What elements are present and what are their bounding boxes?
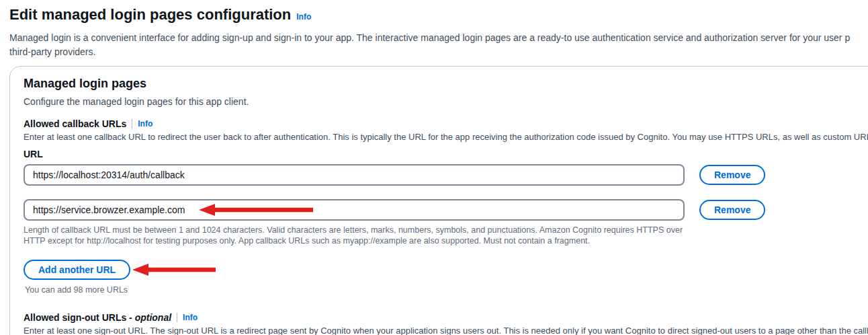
- page-description-line2: third-party providers.: [9, 45, 868, 59]
- callback-description: Enter at least one callback URL to redir…: [24, 131, 868, 143]
- remove-url-button-1[interactable]: Remove: [699, 165, 765, 185]
- page-title-row: Edit managed login pages configurationIn…: [9, 6, 868, 26]
- allowed-callback-urls-header: Allowed callback URLs Info: [24, 118, 868, 130]
- callback-url-row-1: Remove: [24, 164, 868, 186]
- signout-info-link[interactable]: Info: [183, 313, 198, 322]
- signout-optional-text: optional: [135, 312, 171, 323]
- allowed-signout-urls-label: Allowed sign-out URLs - optional: [24, 311, 171, 324]
- card-title: Managed login pages: [24, 76, 868, 91]
- label-divider: [177, 313, 177, 322]
- label-divider: [132, 119, 132, 128]
- signout-description: Enter at least one sign-out URL. The sig…: [24, 325, 868, 335]
- managed-login-pages-card: Managed login pages Configure the manage…: [9, 66, 868, 335]
- page-header: Edit managed login pages configurationIn…: [0, 6, 868, 59]
- callback-info-link[interactable]: Info: [138, 119, 153, 128]
- callback-url-row-2: Remove: [24, 199, 868, 221]
- card-subtitle: Configure the managed login pages for th…: [24, 95, 868, 108]
- page: Edit managed login pages configurationIn…: [0, 0, 868, 335]
- callback-constraint-text: Length of callback URL must be between 1…: [24, 225, 692, 246]
- add-url-hint: You can add 98 more URLs: [25, 285, 868, 295]
- red-annotation-arrow-icon: [132, 263, 216, 276]
- allowed-callback-urls-label: Allowed callback URLs: [24, 118, 126, 130]
- remove-url-button-2[interactable]: Remove: [699, 200, 765, 220]
- allowed-signout-urls-header: Allowed sign-out URLs - optional Info: [24, 311, 868, 324]
- page-info-link[interactable]: Info: [296, 12, 311, 22]
- signout-label-text: Allowed sign-out URLs -: [24, 312, 132, 323]
- callback-url-input-1[interactable]: [24, 164, 685, 186]
- page-title: Edit managed login pages configuration: [9, 6, 291, 23]
- url-column-label: URL: [24, 148, 868, 160]
- callback-url-input-2[interactable]: [24, 199, 685, 221]
- page-description-line1: Managed login is a convenient interface …: [9, 31, 868, 45]
- add-url-row: Add another URL: [24, 260, 868, 280]
- add-another-url-button[interactable]: Add another URL: [24, 260, 130, 280]
